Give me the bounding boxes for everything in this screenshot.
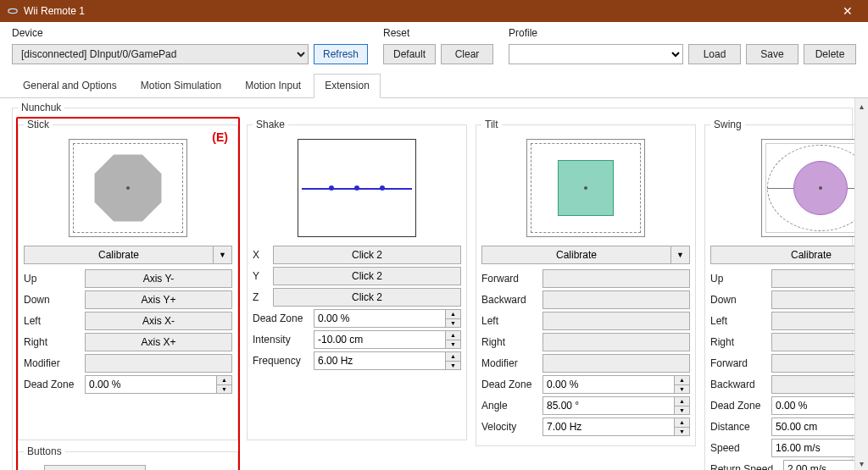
shake-deadzone-label: Dead Zone (253, 312, 310, 324)
tilt-angle-label: Angle (481, 400, 539, 412)
swing-left-label: Left (710, 315, 768, 327)
swing-down-label: Down (710, 294, 768, 306)
swing-calibrate-button[interactable]: Calibrate (710, 246, 868, 264)
stick-panel: (E) Stick Calibrate ▼ UpAxis Y- DownAxis… (18, 119, 238, 470)
shake-z-button[interactable]: Click 2 (273, 288, 461, 307)
reset-label: Reset (383, 27, 493, 44)
tilt-right-label: Right (481, 336, 539, 348)
swing-right-button[interactable] (771, 333, 868, 351)
save-button[interactable]: Save (746, 44, 798, 64)
stick-deadzone-input[interactable] (85, 375, 217, 394)
stick-up-label: Up (24, 273, 81, 285)
tilt-deadzone-down[interactable]: ▼ (675, 384, 690, 395)
stick-up-button[interactable]: Axis Y- (85, 269, 232, 288)
swing-speed-label: Speed (710, 442, 768, 454)
buttons-legend: Buttons (24, 445, 65, 457)
tilt-forward-label: Forward (481, 273, 539, 285)
tilt-right-button[interactable] (542, 333, 690, 351)
tab-motion-input[interactable]: Motion Input (234, 74, 312, 98)
app-icon (7, 5, 19, 17)
tilt-forward-button[interactable] (542, 269, 690, 288)
stick-calibrate-dropdown[interactable]: ▼ (214, 246, 232, 264)
stick-deadzone-up[interactable]: ▲ (217, 375, 232, 384)
tilt-velocity-input[interactable] (542, 417, 675, 436)
stick-legend: Stick (24, 119, 53, 130)
refresh-button[interactable]: Refresh (314, 44, 368, 64)
shake-deadzone-input[interactable] (314, 309, 446, 328)
tilt-backward-button[interactable] (542, 290, 690, 309)
swing-speed-input[interactable] (771, 439, 868, 457)
swing-down-button[interactable] (771, 290, 868, 309)
swing-left-button[interactable] (771, 312, 868, 330)
stick-down-button[interactable]: Axis Y+ (85, 290, 232, 309)
shake-frequency-down[interactable]: ▼ (446, 361, 461, 371)
vertical-scrollbar[interactable]: ▴ ▾ (854, 98, 868, 470)
close-icon[interactable]: ✕ (836, 1, 860, 21)
button-c-button[interactable]: Button 6 (44, 465, 146, 470)
device-select[interactable]: [disconnected] DInput/0/GamePad (12, 44, 309, 64)
device-label: Device (12, 27, 368, 44)
scroll-up-icon[interactable]: ▴ (858, 100, 865, 113)
delete-button[interactable]: Delete (804, 44, 856, 64)
shake-y-label: Y (253, 270, 270, 282)
shake-frequency-input[interactable] (314, 351, 446, 370)
tilt-calibrate-button[interactable]: Calibrate (481, 246, 671, 264)
swing-distance-label: Distance (710, 421, 768, 433)
shake-intensity-input[interactable] (314, 330, 446, 349)
clear-button[interactable]: Clear (441, 44, 493, 64)
tab-general[interactable]: General and Options (12, 74, 128, 98)
swing-up-label: Up (710, 273, 768, 285)
tilt-calibrate-dropdown[interactable]: ▼ (671, 246, 690, 264)
tilt-angle-down[interactable]: ▼ (675, 406, 690, 416)
stick-deadzone-down[interactable]: ▼ (217, 384, 232, 395)
swing-return-label: Return Speed (710, 463, 780, 470)
shake-visual[interactable] (298, 139, 416, 237)
shake-x-label: X (253, 249, 270, 261)
swing-right-label: Right (710, 336, 768, 348)
tab-extension[interactable]: Extension (314, 74, 381, 98)
swing-backward-button[interactable] (771, 375, 868, 394)
stick-deadzone-label: Dead Zone (24, 379, 81, 390)
shake-x-button[interactable]: Click 2 (273, 246, 461, 264)
tilt-angle-input[interactable] (542, 396, 675, 415)
tilt-legend: Tilt (481, 119, 502, 130)
tilt-velocity-up[interactable]: ▲ (675, 417, 690, 427)
stick-left-button[interactable]: Axis X- (85, 312, 232, 330)
profile-select[interactable] (509, 44, 683, 64)
shake-panel: Shake XClick 2 YClick 2 ZClick 2 Dead Zo… (247, 119, 467, 440)
tilt-angle-up[interactable]: ▲ (675, 396, 690, 406)
load-button[interactable]: Load (688, 44, 741, 64)
title-bar: Wii Remote 1 ✕ (0, 0, 868, 22)
shake-deadzone-down[interactable]: ▼ (446, 318, 461, 329)
stick-calibrate-button[interactable]: Calibrate (24, 246, 214, 264)
window-title: Wii Remote 1 (24, 5, 85, 17)
top-controls: Device [disconnected] DInput/0/GamePad R… (0, 22, 868, 73)
stick-visual[interactable] (69, 139, 187, 237)
scroll-down-icon[interactable]: ▾ (858, 457, 865, 470)
tilt-visual[interactable] (526, 139, 645, 237)
swing-forward-button[interactable] (771, 354, 868, 373)
tilt-velocity-down[interactable]: ▼ (675, 427, 690, 437)
tilt-modifier-button[interactable] (542, 354, 690, 373)
buttons-fieldset: Buttons CButton 6 ZButton 8 (18, 445, 238, 470)
stick-right-button[interactable]: Axis X+ (85, 333, 232, 351)
profile-label: Profile (509, 27, 856, 44)
stick-right-label: Right (24, 336, 81, 348)
swing-distance-input[interactable] (771, 417, 868, 436)
stick-modifier-button[interactable] (85, 354, 232, 373)
shake-deadzone-up[interactable]: ▲ (446, 309, 461, 318)
shake-intensity-label: Intensity (253, 334, 310, 346)
shake-intensity-up[interactable]: ▲ (446, 330, 461, 340)
shake-frequency-up[interactable]: ▲ (446, 351, 461, 361)
swing-visual[interactable] (761, 139, 868, 237)
shake-y-button[interactable]: Click 2 (273, 267, 461, 285)
swing-deadzone-input[interactable] (771, 396, 868, 415)
stick-left-label: Left (24, 315, 81, 327)
shake-intensity-down[interactable]: ▼ (446, 340, 461, 350)
default-button[interactable]: Default (383, 44, 436, 64)
tilt-left-button[interactable] (542, 312, 690, 330)
swing-up-button[interactable] (771, 269, 868, 288)
tilt-deadzone-input[interactable] (542, 375, 675, 394)
tab-motion-simulation[interactable]: Motion Simulation (130, 74, 232, 98)
tilt-deadzone-up[interactable]: ▲ (675, 375, 690, 384)
